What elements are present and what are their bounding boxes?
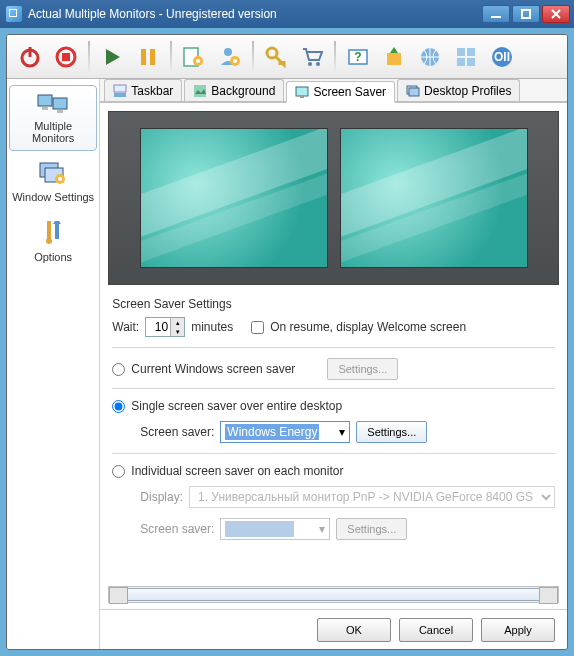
divider [112,388,555,389]
svg-rect-28 [53,98,67,109]
sidebar-item-label: Multiple Monitors [12,120,94,144]
tiles-icon[interactable] [449,40,483,74]
tab-content: Screen Saver Settings Wait: ▲ ▼ minutes [100,103,567,584]
dialog-footer: OK Cancel Apply [100,609,567,649]
svg-rect-22 [467,48,475,56]
tools-icon [41,219,65,247]
monitors-icon [37,92,69,116]
spinner-down[interactable]: ▼ [170,327,184,336]
tab-label: Background [211,84,275,98]
radio-individual-screensaver[interactable] [112,465,125,478]
monitor-preview-2 [340,128,528,268]
globe-icon[interactable]: OII [485,40,519,74]
web-icon[interactable] [413,40,447,74]
chevron-down-icon: ▾ [319,522,325,536]
svg-rect-19 [387,53,401,65]
cart-icon[interactable] [295,40,329,74]
tab-label: Desktop Profiles [424,84,511,98]
windows-gear-icon [38,161,68,187]
monitor-preview-1 [140,128,328,268]
maximize-button[interactable] [512,5,540,23]
single-settings-button[interactable]: Settings... [356,421,427,443]
svg-rect-30 [57,110,63,113]
app-icon [6,6,22,22]
svg-point-13 [233,59,237,63]
tab-label: Screen Saver [313,85,386,99]
wait-input[interactable] [146,318,170,336]
tab-background[interactable]: Background [184,79,284,101]
window-title: Actual Multiple Monitors - Unregistered … [28,7,277,21]
radio-single-screensaver[interactable] [112,400,125,413]
divider [112,347,555,348]
pause-icon[interactable] [131,40,165,74]
main-toolbar: ? OII [7,35,567,79]
tabstrip: Taskbar Background Screen Saver Desktop … [100,79,567,103]
svg-rect-27 [38,95,52,106]
single-screensaver-select[interactable]: Windows Energy ▾ [220,421,350,443]
help-icon[interactable]: ? [341,40,375,74]
svg-text:?: ? [354,50,361,64]
individual-screensaver-label: Screen saver: [140,522,214,536]
apply-button[interactable]: Apply [481,618,555,642]
svg-point-15 [308,62,312,66]
user-gear-icon[interactable] [213,40,247,74]
svg-rect-38 [114,93,126,97]
profiles-icon [406,84,420,98]
cancel-button[interactable]: Cancel [399,618,473,642]
svg-point-34 [58,177,62,181]
sidebar-item-multiple-monitors[interactable]: Multiple Monitors [9,85,97,151]
radio-single-label: Single screen saver over entire desktop [131,399,342,413]
svg-rect-5 [62,53,70,61]
sidebar-item-options[interactable]: Options [7,211,99,271]
svg-point-16 [316,62,320,66]
ok-button[interactable]: OK [317,618,391,642]
svg-rect-1 [522,10,530,18]
taskbar-icon [113,84,127,98]
chevron-down-icon: ▾ [339,425,345,439]
divider [112,453,555,454]
key-icon[interactable] [259,40,293,74]
svg-rect-29 [42,107,48,110]
svg-rect-7 [150,49,155,65]
individual-display-select[interactable]: 1. Универсальный монитор PnP -> NVIDIA G… [189,486,555,508]
resume-checkbox[interactable] [251,321,264,334]
file-gear-icon[interactable] [177,40,211,74]
sidebar: Multiple Monitors Window Settings Option… [7,79,100,649]
tab-desktop-profiles[interactable]: Desktop Profiles [397,79,520,101]
minimize-button[interactable] [482,5,510,23]
section-title: Screen Saver Settings [112,297,555,311]
radio-individual-label: Individual screen saver on each monitor [131,464,343,478]
wait-spinner[interactable]: ▲ ▼ [145,317,185,337]
tab-screen-saver[interactable]: Screen Saver [286,81,395,103]
svg-point-10 [196,59,200,63]
svg-rect-35 [47,221,51,239]
individual-screensaver-select[interactable]: (None) ▾ [220,518,330,540]
svg-point-36 [46,238,52,244]
spinner-up[interactable]: ▲ [170,318,184,327]
tab-label: Taskbar [131,84,173,98]
svg-rect-41 [296,87,308,96]
tab-taskbar[interactable]: Taskbar [104,79,182,101]
play-icon[interactable] [95,40,129,74]
individual-settings-button[interactable]: Settings... [336,518,407,540]
stop-icon[interactable] [49,40,83,74]
close-button[interactable] [542,5,570,23]
horizontal-scrollbar[interactable] [108,586,559,603]
power-icon[interactable] [13,40,47,74]
svg-point-11 [224,48,232,56]
wait-unit: minutes [191,320,233,334]
radio-current-windows[interactable] [112,363,125,376]
svg-rect-21 [457,48,465,56]
sidebar-item-window-settings[interactable]: Window Settings [7,153,99,211]
individual-screensaver-value: (None) [225,521,294,537]
single-screensaver-label: Screen saver: [140,425,214,439]
resume-checkbox-label: On resume, display Welcome screen [270,320,466,334]
update-icon[interactable] [377,40,411,74]
title-bar: Actual Multiple Monitors - Unregistered … [0,0,574,28]
sidebar-item-label: Options [34,251,72,263]
svg-rect-6 [141,49,146,65]
svg-rect-42 [300,96,304,98]
single-screensaver-value: Windows Energy [225,424,319,440]
individual-display-label: Display: [140,490,183,504]
current-settings-button[interactable]: Settings... [327,358,398,380]
